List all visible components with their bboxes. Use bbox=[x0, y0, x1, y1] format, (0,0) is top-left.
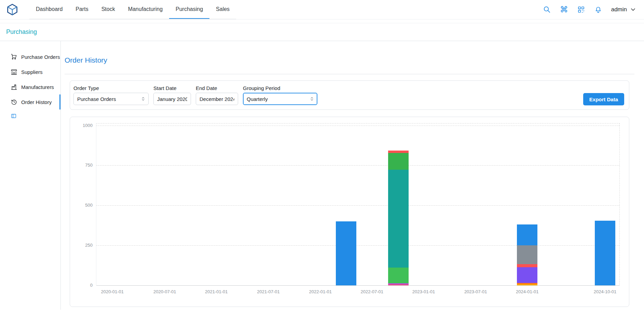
notifications-button[interactable] bbox=[594, 5, 602, 14]
start-date-field: Start Date bbox=[153, 85, 191, 105]
x-axis-tick-label: 2020-07-01 bbox=[153, 289, 176, 294]
chart-bar bbox=[336, 221, 356, 285]
chart-panel: 025050075010002020-01-012020-07-012021-0… bbox=[70, 117, 629, 307]
app-logo[interactable] bbox=[5, 3, 19, 16]
x-axis-tick-label: 2024-01-01 bbox=[516, 289, 539, 294]
sidebar-item-label: Manufacturers bbox=[21, 84, 54, 90]
x-axis-tick-label: 2021-01-01 bbox=[205, 289, 228, 294]
grouping-period-field: Grouping Period Quarterly bbox=[243, 85, 317, 105]
main-nav: Dashboard Parts Stock Manufacturing Purc… bbox=[29, 0, 236, 19]
gridline bbox=[96, 165, 619, 166]
bar-segment bbox=[517, 267, 537, 283]
command-icon: ⌘ bbox=[560, 5, 568, 14]
barcode-scan-button[interactable] bbox=[577, 5, 585, 14]
chart-bar bbox=[595, 221, 615, 285]
bar-segment bbox=[388, 153, 409, 170]
purchasing-sidebar: Purchase Orders Suppliers bbox=[0, 41, 61, 310]
active-indicator bbox=[59, 94, 60, 109]
building-store-icon bbox=[11, 68, 17, 75]
sidebar-item-manufacturers[interactable]: Manufacturers bbox=[0, 79, 60, 94]
select-chevrons-icon bbox=[140, 96, 146, 102]
tab-purchasing[interactable]: Purchasing bbox=[169, 0, 209, 19]
tab-dashboard[interactable]: Dashboard bbox=[29, 0, 69, 19]
user-menu[interactable]: admin bbox=[611, 6, 636, 13]
grouping-period-select[interactable]: Quarterly bbox=[243, 93, 317, 105]
bar-segment bbox=[517, 284, 537, 285]
x-axis-tick-label: 2020-01-01 bbox=[101, 289, 124, 294]
bar-segment bbox=[388, 170, 409, 268]
sidebar-item-label: Order History bbox=[21, 99, 52, 105]
layout-sidebar-icon bbox=[11, 113, 17, 119]
x-axis-tick-label: 2023-07-01 bbox=[464, 289, 487, 294]
y-axis-tick-label: 750 bbox=[85, 163, 93, 168]
building-factory-icon bbox=[11, 83, 17, 90]
user-name: admin bbox=[611, 6, 627, 13]
end-date-input[interactable] bbox=[196, 93, 238, 105]
bar-segment bbox=[517, 224, 537, 245]
export-data-button[interactable]: Export Data bbox=[583, 93, 624, 105]
inventree-logo-icon bbox=[6, 3, 18, 16]
gridline bbox=[96, 245, 619, 246]
sidebar-item-suppliers[interactable]: Suppliers bbox=[0, 64, 60, 79]
sidebar-item-order-history[interactable]: Order History bbox=[0, 94, 60, 109]
gridline bbox=[96, 126, 619, 126]
breadcrumb-bar: Purchasing bbox=[0, 23, 644, 41]
x-axis-tick-label: 2022-01-01 bbox=[309, 289, 332, 294]
bar-segment bbox=[388, 284, 409, 285]
order-type-select[interactable]: Purchase Orders bbox=[73, 93, 149, 105]
start-date-input[interactable] bbox=[153, 93, 191, 105]
x-axis-tick-label: 2023-01-01 bbox=[412, 289, 435, 294]
tab-sales[interactable]: Sales bbox=[209, 0, 236, 19]
x-axis-tick-label: 2022-07-01 bbox=[361, 289, 384, 294]
search-button[interactable] bbox=[543, 5, 551, 14]
order-type-label: Order Type bbox=[73, 85, 149, 91]
qr-scan-icon bbox=[577, 5, 585, 14]
sidebar-item-purchase-orders[interactable]: Purchase Orders bbox=[0, 49, 60, 64]
bar-segment bbox=[517, 264, 537, 267]
sidebar-collapse-button[interactable] bbox=[11, 113, 17, 119]
order-type-field: Order Type Purchase Orders bbox=[73, 85, 149, 105]
command-palette-button[interactable]: ⌘ bbox=[560, 5, 568, 14]
bar-segment bbox=[595, 221, 615, 285]
tab-parts[interactable]: Parts bbox=[69, 0, 95, 19]
search-icon bbox=[543, 5, 551, 14]
select-chevrons-icon bbox=[309, 96, 315, 102]
bar-segment bbox=[517, 245, 537, 264]
navbar-actions: ⌘ admin bbox=[543, 5, 636, 14]
end-date-field: End Date bbox=[196, 85, 238, 105]
filter-panel: Order Type Purchase Orders Start Date En… bbox=[70, 80, 629, 110]
y-axis-tick-label: 0 bbox=[90, 283, 93, 288]
y-axis-tick-label: 250 bbox=[85, 243, 93, 248]
gridline bbox=[96, 285, 619, 286]
end-date-label: End Date bbox=[196, 85, 238, 91]
bell-icon bbox=[594, 5, 602, 14]
y-axis-tick-label: 500 bbox=[85, 203, 93, 208]
start-date-label: Start Date bbox=[153, 85, 191, 91]
breadcrumb-purchasing[interactable]: Purchasing bbox=[6, 28, 37, 36]
content-area: Purchase Orders Suppliers bbox=[0, 41, 644, 310]
chart-bar bbox=[517, 224, 537, 285]
sidebar-item-label: Suppliers bbox=[21, 69, 43, 75]
grouping-period-value: Quarterly bbox=[247, 96, 268, 102]
top-navbar: Dashboard Parts Stock Manufacturing Purc… bbox=[0, 0, 644, 20]
order-history-page: Order History Order Type Purchase Orders… bbox=[61, 41, 644, 310]
grouping-period-label: Grouping Period bbox=[243, 85, 317, 91]
x-axis-tick-label: 2021-07-01 bbox=[257, 289, 280, 294]
title-divider bbox=[65, 74, 634, 74]
gridline bbox=[96, 205, 619, 206]
chevron-down-icon bbox=[630, 6, 636, 13]
history-clock-icon bbox=[11, 99, 17, 105]
bar-segment bbox=[336, 221, 356, 285]
order-history-chart: 025050075010002020-01-012020-07-012021-0… bbox=[96, 123, 620, 285]
shopping-cart-icon bbox=[11, 53, 17, 60]
tab-manufacturing[interactable]: Manufacturing bbox=[122, 0, 169, 19]
tab-stock[interactable]: Stock bbox=[95, 0, 122, 19]
chart-bar bbox=[388, 151, 409, 285]
sidebar-item-label: Purchase Orders bbox=[21, 54, 60, 60]
x-axis-tick-label: 2024-10-01 bbox=[594, 289, 617, 294]
order-type-value: Purchase Orders bbox=[77, 96, 116, 102]
bar-segment bbox=[388, 268, 409, 284]
page-title: Order History bbox=[65, 56, 644, 64]
y-axis-tick-label: 1000 bbox=[83, 123, 93, 128]
